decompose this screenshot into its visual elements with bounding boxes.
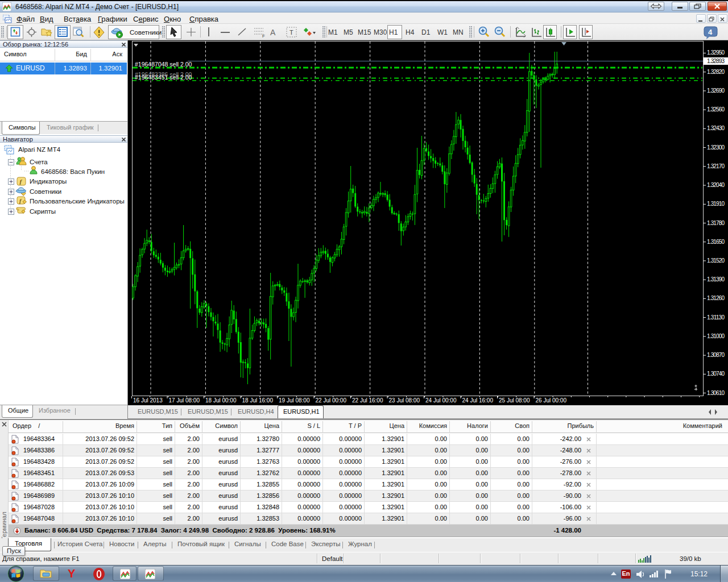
- svg-text:18 Jul 00:00: 18 Jul 00:00: [205, 397, 237, 404]
- svg-text:1.32893: 1.32893: [707, 58, 725, 64]
- svg-text:1.31520: 1.31520: [707, 257, 725, 264]
- svg-text:1.32950: 1.32950: [707, 49, 725, 56]
- svg-text:1.30610: 1.30610: [707, 390, 725, 396]
- svg-text:19 Jul 08:00: 19 Jul 08:00: [279, 397, 310, 404]
- svg-text:23 Jul 08:00: 23 Jul 08:00: [389, 397, 420, 404]
- svg-text:24 Jul 16:00: 24 Jul 16:00: [462, 397, 494, 404]
- svg-text:T: T: [289, 29, 293, 36]
- svg-text:Советники: Советники: [30, 188, 61, 195]
- svg-text:17 Jul 08:00: 17 Jul 08:00: [169, 397, 200, 404]
- svg-text:1.31780: 1.31780: [707, 220, 725, 226]
- svg-text:1.31260: 1.31260: [707, 295, 725, 301]
- svg-text:Скрипты: Скрипты: [30, 208, 56, 215]
- svg-text:22 Jul 16:00: 22 Jul 16:00: [352, 397, 383, 404]
- svg-text:1.31910: 1.31910: [707, 201, 725, 207]
- svg-text:1.31650: 1.31650: [707, 239, 725, 245]
- svg-text:Терминал: Терминал: [1, 512, 7, 541]
- svg-text:24 Jul 00:00: 24 Jul 00:00: [425, 397, 457, 404]
- svg-text:Индикаторы: Индикаторы: [30, 178, 67, 185]
- svg-text:1.30870: 1.30870: [707, 352, 725, 358]
- svg-text:#196483451 sell 2.00: #196483451 sell 2.00: [135, 74, 192, 81]
- svg-text:1.32170: 1.32170: [707, 163, 725, 169]
- svg-text:16 Jul 2013: 16 Jul 2013: [133, 397, 163, 404]
- svg-text:Alpari NZ MT4: Alpari NZ MT4: [18, 146, 61, 153]
- svg-text:1.31390: 1.31390: [707, 276, 725, 282]
- svg-text:1.32040: 1.32040: [707, 182, 725, 188]
- svg-text:Пользовательские Индикаторы: Пользовательские Индикаторы: [30, 198, 125, 205]
- svg-text:22 Jul 00:00: 22 Jul 00:00: [316, 397, 347, 404]
- svg-text:1.32690: 1.32690: [707, 88, 725, 94]
- svg-text:6468568: Вася Пукин: 6468568: Вася Пукин: [41, 168, 105, 175]
- svg-text:1.31000: 1.31000: [707, 333, 725, 339]
- svg-text:18 Jul 16:00: 18 Jul 16:00: [242, 397, 274, 404]
- svg-text:1.32430: 1.32430: [707, 125, 725, 131]
- svg-text:25 Jul 08:00: 25 Jul 08:00: [499, 397, 530, 404]
- svg-text:#196487048 sell 2.00: #196487048 sell 2.00: [135, 61, 192, 68]
- svg-text:1.31130: 1.31130: [707, 314, 725, 321]
- svg-text:4: 4: [708, 28, 713, 36]
- svg-text:26 Jul 00:00: 26 Jul 00:00: [536, 397, 567, 404]
- svg-text:F: F: [262, 34, 265, 38]
- svg-text:1.32300: 1.32300: [707, 144, 725, 151]
- svg-text:1.32560: 1.32560: [707, 106, 725, 113]
- svg-text:1.32820: 1.32820: [707, 69, 725, 75]
- svg-text:1.30740: 1.30740: [707, 371, 725, 377]
- svg-text:Счета: Счета: [30, 159, 48, 165]
